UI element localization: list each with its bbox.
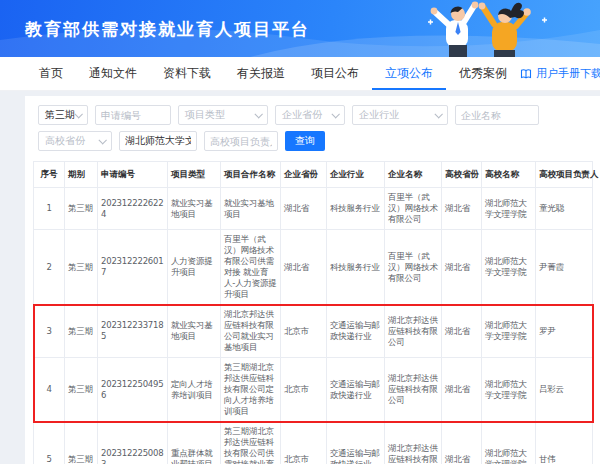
platform-title: 教育部供需对接就业育人项目平台 <box>25 17 310 40</box>
table-cell: 湖北师范大学文理学院 <box>482 305 536 358</box>
table-cell: 湖北京邦达供应链科技有限公司 <box>385 305 442 358</box>
nav-item-label: 项目公布 <box>311 66 359 80</box>
filter-row-1: 第三期 项目类型 企业省份 企业行业 <box>38 105 587 125</box>
search-button[interactable]: 查询 <box>285 131 325 151</box>
nav-right-area: 用户手册下载 登录 <box>520 62 600 85</box>
table-cell: 重点群体就业帮扶项目 <box>168 422 221 464</box>
period-select[interactable]: 第三期 <box>38 105 88 125</box>
book-icon <box>520 68 532 80</box>
table-cell: 科技服务行业 <box>327 188 385 230</box>
table-cell: 1 <box>34 188 65 230</box>
table-cell: 第三期湖北京邦达供应链科技有限公司定向人才培养培训项目 <box>221 358 281 422</box>
nav-item-label: 优秀案例 <box>459 66 507 80</box>
enterprise-province-placeholder: 企业省份 <box>282 108 322 122</box>
table-cell: 人力资源提升项目 <box>168 230 221 305</box>
table-cell: 百里半（武汉）网络技术有限公司 <box>385 230 442 305</box>
nav-item-label: 通知文件 <box>89 66 137 80</box>
school-leader-input[interactable] <box>204 131 278 151</box>
nav-item-reports[interactable]: 有关报道 <box>224 57 298 90</box>
table-cell: 湖北省 <box>281 188 327 230</box>
nav-item-label: 首页 <box>39 66 63 80</box>
table-cell: 科技服务行业 <box>327 230 385 305</box>
enterprise-province-select[interactable]: 企业省份 <box>275 105 345 125</box>
school-province-select[interactable]: 高校省份 <box>38 131 112 151</box>
table-cell: 湖北京邦达供应链科技有限公司就业实习基地项目 <box>221 305 281 358</box>
table-cell: 湖北省 <box>281 230 327 305</box>
table-cell: 第三期 <box>65 230 98 305</box>
nav-item-project-announcement[interactable]: 项目公布 <box>298 57 372 90</box>
table-cell: 北京市 <box>281 422 327 464</box>
table-header-cell: 申请编号 <box>98 162 168 188</box>
table-cell: 湖北省 <box>442 422 482 464</box>
enterprise-industry-select[interactable]: 企业行业 <box>352 105 448 125</box>
top-banner: 教育部供需对接就业育人项目平台 <box>0 0 600 57</box>
high-five-people-illustration <box>422 0 552 57</box>
enterprise-industry-placeholder: 企业行业 <box>359 108 399 122</box>
nav-item-label: 立项公布 <box>385 66 433 80</box>
main-nav: 首页 通知文件 资料下载 有关报道 项目公布 立项公布 优秀案例 用户手册下载 … <box>0 57 600 91</box>
user-manual-label: 用户手册下载 <box>536 66 600 81</box>
table-header-cell: 企业省份 <box>281 162 327 188</box>
period-select-value: 第三期 <box>45 108 75 122</box>
table-cell: 甘伟 <box>536 422 593 464</box>
table-cell: 2023122337185 <box>98 305 168 358</box>
chevron-down-icon <box>434 110 442 118</box>
table-cell: 2023122250083 <box>98 422 168 464</box>
table-head: 序号期别申请编号项目类型项目合作名称企业省份企业行业企业名称高校省份高校名称高校… <box>34 162 593 188</box>
table-cell: 2023122226224 <box>98 188 168 230</box>
table-cell: 第三期 <box>65 305 98 358</box>
user-manual-download-link[interactable]: 用户手册下载 <box>520 66 600 81</box>
table-cell: 湖北师范大学文理学院 <box>482 358 536 422</box>
chevron-down-icon <box>74 110 82 118</box>
project-type-select[interactable]: 项目类型 <box>178 105 268 125</box>
enterprise-name-input[interactable] <box>455 105 539 125</box>
chevron-down-icon <box>254 110 262 118</box>
table-cell: 湖北师范大学文理学院 <box>482 422 536 464</box>
table-header-cell: 项目类型 <box>168 162 221 188</box>
table-row: 3第三期2023122337185就业实习基地项目湖北京邦达供应链科技有限公司就… <box>34 305 593 358</box>
table-header-cell: 高校项目负责人 <box>536 162 593 188</box>
table-cell: 2 <box>34 230 65 305</box>
table-cell: 湖北省 <box>442 188 482 230</box>
nav-item-home[interactable]: 首页 <box>26 57 76 90</box>
nav-item-cases[interactable]: 优秀案例 <box>446 57 520 90</box>
table-cell: 湖北省 <box>442 230 482 305</box>
table-header-cell: 期别 <box>65 162 98 188</box>
table-cell: 就业实习基地项目 <box>168 188 221 230</box>
table-header-cell: 企业行业 <box>327 162 385 188</box>
table-header-cell: 序号 <box>34 162 65 188</box>
school-province-placeholder: 高校省份 <box>45 134 85 148</box>
table-cell: 第三期 <box>65 188 98 230</box>
table-cell: 交通运输与邮政快递行业 <box>327 422 385 464</box>
nav-item-label: 资料下载 <box>163 66 211 80</box>
nav-item-label: 有关报道 <box>237 66 285 80</box>
nav-item-approval-announcement[interactable]: 立项公布 <box>372 57 446 90</box>
table-cell: 湖北师范大学文理学院 <box>482 188 536 230</box>
table-cell: 定向人才培养培训项目 <box>168 358 221 422</box>
table-cell: 湖北省 <box>442 358 482 422</box>
table-cell: 尹菁霞 <box>536 230 593 305</box>
table-cell: 5 <box>34 422 65 464</box>
project-type-placeholder: 项目类型 <box>185 108 225 122</box>
table-cell: 湖北京邦达供应链科技有限公司 <box>385 422 442 464</box>
filter-bar: 第三期 项目类型 企业省份 企业行业 高校省份 <box>25 105 600 151</box>
table-cell: 就业实习基地项目 <box>168 305 221 358</box>
application-no-input[interactable] <box>95 105 171 125</box>
table-cell: 百里半（武汉）网络技术有限公司 <box>385 188 442 230</box>
table-cell: 第三期 <box>65 358 98 422</box>
nav-item-downloads[interactable]: 资料下载 <box>150 57 224 90</box>
table-header-cell: 项目合作名称 <box>221 162 281 188</box>
nav-item-notices[interactable]: 通知文件 <box>76 57 150 90</box>
content-panel: 第三期 项目类型 企业省份 企业行业 高校省份 <box>25 96 600 464</box>
table-cell: 交通运输与邮政快递行业 <box>327 358 385 422</box>
table-cell: 3 <box>34 305 65 358</box>
table-cell: 北京市 <box>281 358 327 422</box>
table-cell: 吕彩云 <box>536 358 593 422</box>
table-row: 5第三期2023122250083重点群体就业帮扶项目第三期湖北京邦达供应链科技… <box>34 422 593 464</box>
table-row: 2第三期2023122226017人力资源提升项目百里半（武汉）网络技术有限公司… <box>34 230 593 305</box>
table-cell: 罗尹 <box>536 305 593 358</box>
table-cell: 湖北省 <box>442 305 482 358</box>
school-name-input[interactable] <box>119 131 197 151</box>
table-cell: 就业实习基地项目 <box>221 188 281 230</box>
chevron-down-icon <box>331 110 339 118</box>
